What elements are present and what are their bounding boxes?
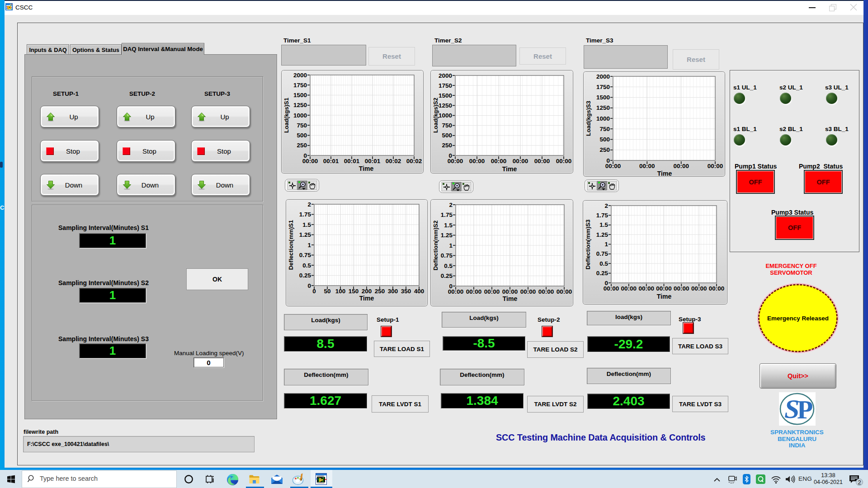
- svg-text:Load(kgs)S2: Load(kgs)S2: [432, 98, 439, 133]
- svg-text:P: P: [797, 395, 813, 424]
- svg-text:250: 250: [599, 146, 610, 153]
- svg-text:500: 500: [297, 132, 307, 139]
- svg-text:00:00: 00:00: [484, 288, 500, 295]
- svg-text:Time: Time: [359, 295, 374, 302]
- svg-text:1250: 1250: [596, 104, 610, 111]
- svg-text:750: 750: [599, 126, 610, 132]
- svg-text:0: 0: [312, 288, 316, 295]
- svg-text:00:02: 00:02: [386, 158, 401, 164]
- svg-text:1.5: 1.5: [599, 221, 608, 228]
- svg-text:750: 750: [297, 122, 307, 129]
- svg-text:2000: 2000: [439, 72, 452, 79]
- svg-text:00:00: 00:00: [709, 285, 725, 292]
- svg-text:1: 1: [604, 241, 608, 248]
- svg-text:00:00: 00:00: [691, 285, 707, 292]
- svg-text:350: 350: [401, 288, 411, 295]
- svg-text:00:00: 00:00: [502, 288, 518, 295]
- svg-text:Time: Time: [657, 170, 672, 177]
- svg-text:1000: 1000: [293, 112, 307, 119]
- svg-text:0.75: 0.75: [441, 252, 453, 259]
- svg-text:0.25: 0.25: [596, 270, 609, 277]
- svg-text:00:00: 00:00: [448, 158, 463, 164]
- svg-text:00:00: 00:00: [638, 285, 654, 292]
- svg-text:1500: 1500: [439, 92, 452, 99]
- svg-text:00:00: 00:00: [621, 285, 637, 292]
- svg-text:00:00: 00:00: [466, 288, 482, 295]
- svg-text:00:00: 00:00: [639, 163, 655, 169]
- svg-text:2: 2: [858, 479, 861, 486]
- svg-text:0.25: 0.25: [441, 272, 453, 279]
- svg-text:400: 400: [414, 288, 425, 295]
- svg-text:200: 200: [362, 288, 372, 295]
- svg-text:00:01: 00:01: [323, 158, 339, 164]
- svg-text:500: 500: [442, 132, 452, 139]
- svg-text:00:00: 00:00: [469, 158, 485, 164]
- svg-text:Deflection(mm)S2: Deflection(mm)S2: [432, 221, 439, 271]
- svg-text:00:00: 00:00: [556, 158, 572, 164]
- svg-text:1500: 1500: [596, 94, 610, 101]
- svg-text:00:00: 00:00: [674, 285, 689, 292]
- svg-text:2: 2: [604, 202, 608, 209]
- svg-text:1250: 1250: [439, 102, 452, 109]
- svg-text:250: 250: [375, 288, 385, 295]
- svg-text:2: 2: [307, 201, 311, 208]
- svg-text:00:00: 00:00: [302, 158, 318, 164]
- svg-text:Time: Time: [657, 293, 672, 300]
- svg-text:Time: Time: [503, 295, 518, 302]
- svg-text:00:00: 00:00: [673, 163, 689, 169]
- svg-text:00:00: 00:00: [656, 285, 672, 292]
- svg-text:150: 150: [349, 288, 359, 295]
- svg-text:100: 100: [335, 288, 346, 295]
- svg-text:Deflection(mm)S3: Deflection(mm)S3: [585, 220, 591, 270]
- svg-text:500: 500: [599, 136, 610, 143]
- svg-text:1000: 1000: [439, 112, 452, 119]
- svg-text:Time: Time: [502, 165, 517, 173]
- svg-text:300: 300: [388, 288, 398, 295]
- svg-text:00:00: 00:00: [604, 285, 619, 292]
- svg-text:00:00: 00:00: [448, 288, 464, 295]
- svg-text:00:00: 00:00: [708, 163, 723, 169]
- svg-text:00:00: 00:00: [557, 288, 572, 295]
- svg-text:1: 1: [307, 242, 311, 249]
- svg-text:1500: 1500: [293, 92, 307, 99]
- svg-text:1250: 1250: [293, 102, 307, 108]
- svg-text:Emergency Released: Emergency Released: [767, 315, 829, 322]
- svg-text:1.5: 1.5: [302, 221, 311, 228]
- svg-text:250: 250: [297, 142, 307, 149]
- svg-text:750: 750: [442, 122, 452, 129]
- svg-text:00:00: 00:00: [491, 158, 507, 164]
- svg-text:1.25: 1.25: [299, 231, 311, 238]
- svg-text:50: 50: [324, 288, 330, 295]
- svg-text:2000: 2000: [596, 73, 610, 80]
- svg-text:0.75: 0.75: [299, 252, 311, 258]
- svg-text:00:01: 00:01: [344, 158, 360, 164]
- svg-text:0.5: 0.5: [444, 263, 453, 269]
- svg-text:00:00: 00:00: [534, 158, 550, 164]
- svg-text:0.75: 0.75: [596, 250, 609, 257]
- svg-text:1.5: 1.5: [444, 222, 453, 229]
- svg-text:1.75: 1.75: [441, 211, 453, 218]
- svg-text:00:00: 00:00: [520, 288, 536, 295]
- svg-text:0: 0: [307, 282, 311, 289]
- svg-text:1.25: 1.25: [441, 232, 453, 239]
- svg-text:1.25: 1.25: [596, 231, 609, 238]
- svg-text:2: 2: [449, 202, 453, 208]
- svg-text:1.75: 1.75: [596, 212, 609, 219]
- svg-text:1: 1: [449, 242, 453, 249]
- svg-text:2000: 2000: [293, 72, 307, 79]
- svg-text:Load(kgs)S3: Load(kgs)S3: [585, 101, 592, 136]
- svg-text:Time: Time: [359, 165, 374, 172]
- svg-text:1000: 1000: [596, 115, 610, 122]
- svg-text:1.75: 1.75: [299, 211, 311, 218]
- svg-text:00:00: 00:00: [605, 163, 621, 169]
- svg-text:1750: 1750: [439, 82, 452, 89]
- svg-text:0.5: 0.5: [302, 262, 311, 269]
- svg-text:00:02: 00:02: [406, 158, 422, 164]
- svg-text:Load(kgs)S1: Load(kgs)S1: [283, 98, 290, 133]
- svg-text:0.5: 0.5: [599, 260, 608, 267]
- svg-text:00:00: 00:00: [538, 288, 554, 295]
- svg-text:00:01: 00:01: [365, 158, 381, 164]
- svg-text:1750: 1750: [293, 82, 307, 89]
- svg-text:Deflection(mm)S1: Deflection(mm)S1: [288, 220, 294, 270]
- svg-text:1750: 1750: [596, 84, 610, 90]
